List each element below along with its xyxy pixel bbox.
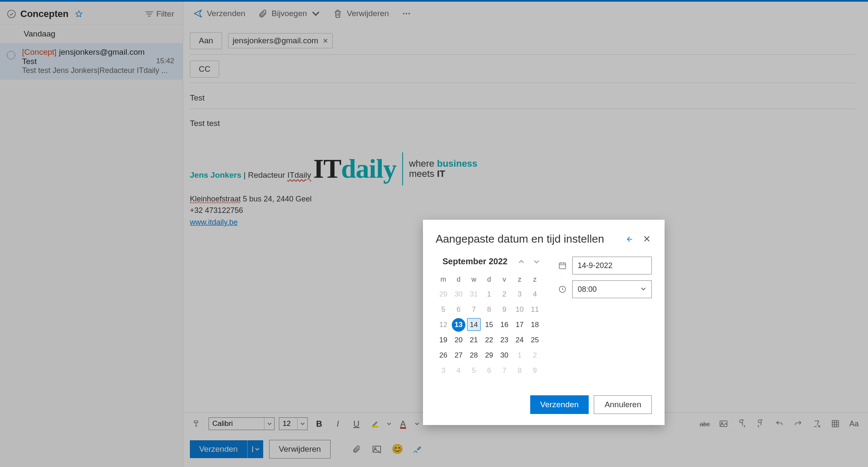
chevron-down-icon[interactable] <box>264 418 274 430</box>
font-family-input[interactable] <box>209 418 264 430</box>
calendar-day[interactable]: 29 <box>481 348 497 363</box>
calendar-day[interactable]: 8 <box>481 302 497 317</box>
calendar-day[interactable]: 3 <box>512 287 527 302</box>
calendar-day[interactable]: 24 <box>512 333 527 348</box>
next-month-button[interactable] <box>532 257 541 266</box>
calendar-day[interactable]: 13 <box>452 318 465 332</box>
weekday-label: d <box>451 272 466 287</box>
calendar-day[interactable]: 1 <box>481 287 497 302</box>
toolbar-send[interactable]: Verzenden <box>193 9 245 18</box>
strikethrough-button[interactable]: abc <box>698 417 712 431</box>
chevron-down-icon[interactable] <box>297 418 307 430</box>
clear-format-button[interactable] <box>810 417 824 431</box>
insert-table-button[interactable] <box>828 417 843 431</box>
chevron-down-icon[interactable] <box>415 421 420 426</box>
calendar-day[interactable]: 30 <box>451 287 466 302</box>
chevron-down-icon[interactable] <box>640 285 646 294</box>
calendar-day[interactable]: 21 <box>466 333 481 348</box>
format-painter-icon[interactable] <box>190 417 204 431</box>
send-dropdown-button[interactable] <box>247 440 263 458</box>
discard-button[interactable]: Verwijderen <box>269 440 331 459</box>
calendar-day[interactable]: 15 <box>481 317 497 333</box>
sig-phone: +32 473122756 <box>190 205 855 216</box>
prev-month-button[interactable] <box>517 257 526 266</box>
date-input[interactable]: 14-9-2022 <box>572 257 652 274</box>
font-color-button[interactable]: A <box>396 417 410 431</box>
font-size-select[interactable] <box>279 417 308 430</box>
remove-recipient-icon[interactable]: ✕ <box>323 37 328 45</box>
calendar-day[interactable]: 16 <box>497 317 512 333</box>
calendar-day[interactable]: 29 <box>436 287 451 302</box>
calendar-day[interactable]: 2 <box>527 348 542 363</box>
calendar-day[interactable]: 23 <box>497 333 512 348</box>
to-button[interactable]: Aan <box>190 32 222 49</box>
insert-image-button[interactable] <box>716 417 731 431</box>
calendar-day[interactable]: 6 <box>481 363 497 378</box>
recipient-chip[interactable]: jensjonkers@gmail.com ✕ <box>228 33 333 48</box>
calendar-day[interactable]: 9 <box>497 302 512 317</box>
calendar-day[interactable]: 7 <box>497 363 512 378</box>
toolbar-delete[interactable]: Verwijderen <box>333 9 389 18</box>
back-button[interactable] <box>624 234 634 244</box>
calendar-day[interactable]: 9 <box>527 363 542 378</box>
calendar-month-label[interactable]: September 2022 <box>437 257 510 266</box>
calendar-day[interactable]: 11 <box>527 302 542 317</box>
mail-list-item[interactable]: [Concept] jensjonkers@gmail.com Test 15:… <box>0 43 183 80</box>
calendar-day[interactable]: 17 <box>512 317 527 333</box>
calendar-day[interactable]: 25 <box>527 333 542 348</box>
rtl-button[interactable] <box>754 417 768 431</box>
modal-send-button[interactable]: Verzenden <box>530 395 589 414</box>
signature-button[interactable] <box>410 442 425 456</box>
italic-button[interactable]: I <box>331 417 345 431</box>
close-button[interactable]: ✕ <box>642 234 652 244</box>
insert-picture-button[interactable] <box>370 442 384 456</box>
sig-website-link[interactable]: www.itdaily.be <box>190 218 238 227</box>
calendar-day[interactable]: 2 <box>497 287 512 302</box>
calendar-day[interactable]: 3 <box>436 363 451 378</box>
bold-button[interactable]: B <box>312 417 326 431</box>
calendar-day[interactable]: 5 <box>436 302 451 317</box>
favorite-icon[interactable] <box>75 10 83 18</box>
modal-cancel-button[interactable]: Annuleren <box>594 395 652 414</box>
font-size-input[interactable] <box>279 418 297 430</box>
calendar-day[interactable]: 6 <box>451 302 466 317</box>
time-select[interactable]: 08:00 <box>572 280 652 298</box>
toolbar-more[interactable] <box>402 9 411 18</box>
calendar-day[interactable]: 8 <box>512 363 527 378</box>
redo-button[interactable] <box>791 417 805 431</box>
calendar-day[interactable]: 1 <box>512 348 527 363</box>
cc-button[interactable]: CC <box>190 61 219 78</box>
calendar-day[interactable]: 14 <box>467 318 481 331</box>
send-button[interactable]: Verzenden <box>190 440 247 458</box>
text-case-button[interactable]: Aa <box>847 417 861 431</box>
undo-button[interactable] <box>772 417 787 431</box>
ltr-button[interactable] <box>735 417 749 431</box>
calendar-day[interactable]: 5 <box>466 363 481 378</box>
highlight-color-button[interactable] <box>368 417 382 431</box>
calendar-day[interactable]: 12 <box>436 317 451 333</box>
calendar-day[interactable]: 26 <box>436 348 451 363</box>
calendar-day[interactable]: 30 <box>497 348 512 363</box>
filter-button[interactable]: Filter <box>145 9 174 19</box>
underline-button[interactable]: U <box>349 417 364 431</box>
calendar-day[interactable]: 4 <box>527 287 542 302</box>
emoji-button[interactable]: 😊 <box>390 442 404 456</box>
calendar-day[interactable]: 7 <box>466 302 481 317</box>
select-item-radio[interactable] <box>7 51 15 59</box>
font-family-select[interactable] <box>209 417 275 430</box>
calendar-day[interactable]: 18 <box>527 317 542 333</box>
calendar-day[interactable]: 27 <box>451 348 466 363</box>
toolbar-attach[interactable]: Bijvoegen <box>258 9 320 18</box>
subject-field[interactable]: Test <box>190 91 855 109</box>
chevron-down-icon[interactable] <box>387 421 392 426</box>
calendar-day[interactable]: 20 <box>451 333 466 348</box>
select-all-icon[interactable] <box>7 9 16 19</box>
calendar-day[interactable]: 28 <box>466 348 481 363</box>
calendar-day[interactable]: 10 <box>512 302 527 317</box>
calendar-day[interactable]: 4 <box>451 363 466 378</box>
message-body[interactable]: Test test Jens Jonkers | Redacteur ITdai… <box>183 117 868 237</box>
calendar-day[interactable]: 22 <box>481 333 497 348</box>
calendar-day[interactable]: 19 <box>436 333 451 348</box>
calendar-day[interactable]: 31 <box>466 287 481 302</box>
attach-inline-button[interactable] <box>349 442 364 456</box>
